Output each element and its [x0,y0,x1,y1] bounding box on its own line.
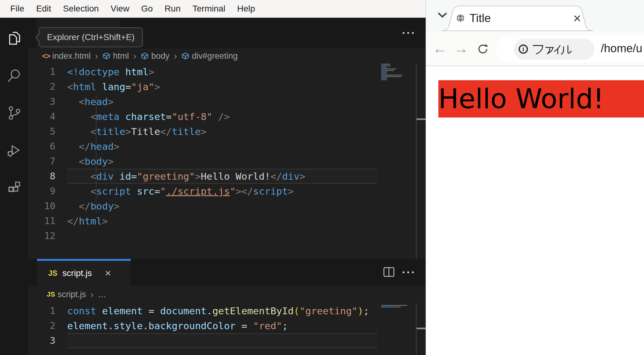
code-line[interactable]: 3 <head> [28,94,426,109]
token: title [172,126,201,137]
breadcrumb-item[interactable]: body [141,51,170,61]
tab-script-js[interactable]: JS script.js × [37,259,131,285]
menu-item-run[interactable]: Run [159,4,186,14]
token: " [230,186,236,197]
editor-actions-ellipsis-icon[interactable] [403,18,414,48]
run-debug-icon[interactable] [6,142,22,158]
token: </ [241,186,253,197]
code-text: <meta charset="utf-8" /> [67,109,230,124]
token: backgroundColor [148,320,236,331]
token [96,81,102,92]
chip-label-katakana-art [532,42,578,56]
code-line[interactable]: 12 [28,228,426,243]
scrollbar-marker[interactable] [417,118,426,120]
token: </ [79,141,90,152]
code-line[interactable]: 2element.style.backgroundColor = "red"; [28,318,426,333]
line-number: 12 [28,228,55,243]
code-line[interactable]: 9 <script src="./script.js"></script> [28,184,426,199]
extensions-icon[interactable] [6,179,22,196]
activity-bar [0,18,28,355]
code-line[interactable]: 2<html lang="ja"> [28,79,426,94]
line-number: 7 [28,154,55,169]
minimap-line [381,81,409,82]
token: html [119,66,148,77]
menu-item-edit[interactable]: Edit [30,4,57,14]
code-line[interactable]: 1<!doctype html> [28,64,426,79]
scrollbar-marker[interactable] [417,328,426,329]
tab-search-chevron-down-icon[interactable] [437,12,448,20]
forward-icon[interactable]: → [453,31,469,66]
code-line[interactable]: 10 </body> [28,199,426,214]
reload-icon[interactable] [477,43,489,56]
breadcrumb-item[interactable]: div#greeting [181,51,238,61]
menu-item-terminal[interactable]: Terminal [186,4,231,14]
tab-close-icon[interactable]: × [105,267,111,279]
menu-item-help[interactable]: Help [231,4,261,14]
breadcrumb-item[interactable]: … [98,290,106,299]
token [67,96,79,107]
breadcrumb-item[interactable]: html [102,51,129,61]
token: > [201,126,207,137]
token: . [108,320,114,331]
js-code-editor[interactable]: 1const element = document.getElementById… [28,303,426,355]
minimap-line [381,76,401,77]
code-line[interactable]: 1const element = document.getElementById… [28,303,426,318]
minimap-line [381,78,387,79]
token: html [73,81,96,92]
html-code-editor[interactable]: 1<!doctype html>2<html lang="ja">3 <head… [28,64,426,259]
breadcrumb-item[interactable]: JSscript.js [47,290,86,299]
breadcrumb-separator: › [94,51,99,61]
code-line[interactable]: 5 <title>Title</title> [28,124,426,139]
file-scheme-chip[interactable]: i ファイル [514,39,595,60]
info-icon: i [519,44,528,54]
current-line-highlight [67,333,377,348]
code-line[interactable]: 8 <div id="greeting">Hello World!</div> [28,169,426,184]
code-line[interactable]: 4 <meta charset="utf-8" /> [28,109,426,124]
breadcrumb-item[interactable]: <>index.html [42,51,91,61]
minimap[interactable] [381,64,409,82]
menu-item-view[interactable]: View [105,4,135,14]
code-text: <html lang="ja"> [67,79,160,94]
menu-item-selection[interactable]: Selection [57,4,105,14]
source-control-icon[interactable] [6,105,22,121]
token: head [91,141,114,152]
browser-tab-strip: Title × [426,0,644,31]
search-icon[interactable] [6,67,22,84]
editor-actions-ellipsis-icon[interactable] [403,259,414,285]
token: ; [363,305,369,316]
minimap-line [381,71,387,72]
breadcrumb-separator: › [133,51,137,61]
token: < [67,81,73,92]
token [67,156,79,167]
token: > [102,215,108,227]
token: ; [282,320,288,331]
split-editor-icon[interactable] [383,267,394,278]
token: > [148,66,154,77]
token [131,186,137,197]
back-icon[interactable]: ← [432,31,448,66]
code-line[interactable]: 6 </head> [28,139,426,154]
token: < [79,96,85,107]
explorer-files-icon[interactable] [6,30,22,46]
tab-close-icon[interactable]: × [570,6,585,31]
token: < [91,111,96,122]
token: html [79,215,102,227]
token: meta [96,111,119,122]
code-text: </body> [67,199,119,214]
minimap[interactable] [381,305,409,310]
token: > [108,96,114,107]
breadcrumb-label: … [98,290,106,299]
token: = [154,186,160,197]
minimap-line [381,70,394,71]
editor-region: <> index.html <>index.html›html›body›div… [28,18,426,355]
code-line[interactable]: 11</html> [28,214,426,228]
code-line[interactable]: 7 <body> [28,154,426,169]
code-line[interactable]: 3 [28,333,426,348]
vscode-window: FileEditSelectionViewGoRunTerminalHelp [0,0,426,355]
line-number: 5 [28,124,55,139]
menu-item-file[interactable]: File [4,4,30,14]
minimap-line [381,67,387,68]
code-text: <title>Title</title> [67,124,207,139]
menu-item-go[interactable]: Go [135,4,159,14]
breadcrumb-label: body [151,51,170,61]
